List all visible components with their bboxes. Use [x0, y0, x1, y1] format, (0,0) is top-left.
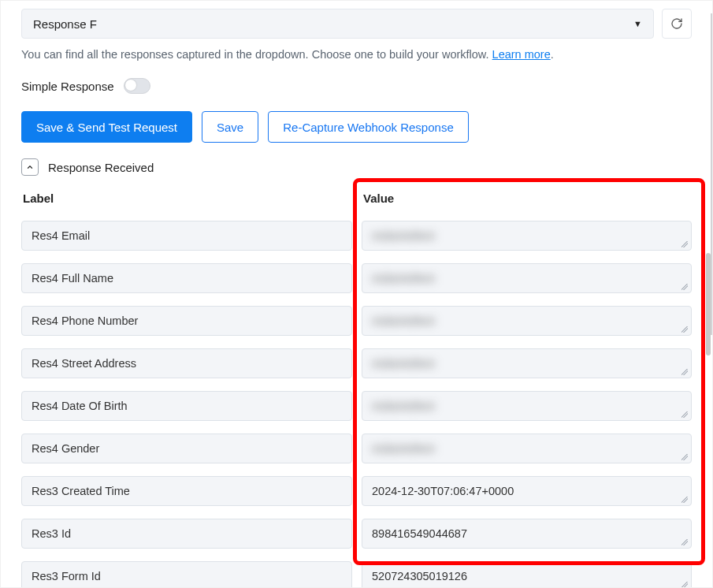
table-row: Res4 Emailredactedtext — [21, 221, 692, 251]
learn-more-link[interactable]: Learn more — [492, 48, 551, 61]
blurred-value: redactedtext — [372, 229, 435, 242]
page-root: Response F ▼ You can find all the respon… — [0, 0, 713, 588]
row-value[interactable]: 520724305019126 — [362, 561, 692, 588]
chevron-down-icon: ▼ — [633, 19, 642, 28]
blurred-value: redactedtext — [372, 314, 435, 327]
row-value[interactable]: 898416549044687 — [362, 519, 692, 549]
row-label[interactable]: Res4 Gender — [21, 434, 352, 463]
row-label[interactable]: Res4 Email — [21, 221, 352, 251]
table-row: Res3 Created Time2024-12-30T07:06:47+000… — [21, 476, 692, 506]
simple-response-row: Simple Response — [21, 78, 692, 94]
row-value[interactable]: redactedtext — [362, 434, 692, 463]
table-row: Res4 Full Nameredactedtext — [21, 263, 692, 293]
row-label[interactable]: Res4 Phone Number — [21, 306, 352, 336]
row-label[interactable]: Res3 Form Id — [21, 561, 352, 588]
collapse-toggle[interactable] — [21, 158, 39, 176]
helper-text: You can find all the responses captured … — [21, 48, 692, 61]
row-label[interactable]: Res4 Street Address — [21, 348, 352, 378]
simple-response-label: Simple Response — [21, 80, 114, 93]
blurred-value: redactedtext — [372, 400, 435, 412]
simple-response-toggle[interactable] — [124, 78, 150, 94]
blurred-value: redactedtext — [372, 272, 435, 285]
row-label[interactable]: Res3 Id — [21, 519, 352, 549]
table-row: Res4 Genderredactedtext — [21, 434, 692, 463]
table-body: Res4 EmailredactedtextRes4 Full Namereda… — [21, 221, 692, 588]
refresh-icon — [670, 17, 683, 30]
response-dropdown[interactable]: Response F ▼ — [21, 9, 654, 39]
table-row: Res3 Form Id520724305019126 — [21, 561, 692, 588]
table-row: Res4 Street Addressredactedtext — [21, 348, 692, 378]
row-label[interactable]: Res4 Date Of Birth — [21, 391, 352, 421]
helper-text-before: You can find all the responses captured … — [21, 48, 492, 61]
row-label[interactable]: Res4 Full Name — [21, 263, 352, 293]
column-header-label: Label — [21, 187, 362, 213]
column-header-value: Value — [362, 187, 692, 213]
save-send-test-button[interactable]: Save & Send Test Request — [21, 111, 192, 143]
table-header: Label Value — [21, 187, 692, 213]
response-table: Label Value Res4 EmailredactedtextRes4 F… — [21, 187, 692, 588]
row-label[interactable]: Res3 Created Time — [21, 476, 352, 506]
blurred-value: redactedtext — [372, 357, 435, 370]
row-value[interactable]: redactedtext — [362, 221, 692, 251]
row-value[interactable]: redactedtext — [362, 391, 692, 421]
response-selector-row: Response F ▼ — [21, 9, 692, 39]
row-value[interactable]: redactedtext — [362, 348, 692, 378]
panel-right-edge — [711, 13, 712, 335]
response-received-label: Response Received — [48, 161, 154, 174]
refresh-button[interactable] — [662, 9, 692, 39]
save-button[interactable]: Save — [202, 111, 258, 143]
recapture-webhook-button[interactable]: Re-Capture Webhook Response — [268, 111, 469, 143]
table-row: Res3 Id898416549044687 — [21, 519, 692, 549]
row-value[interactable]: 2024-12-30T07:06:47+0000 — [362, 476, 692, 506]
row-value[interactable]: redactedtext — [362, 306, 692, 336]
chevron-up-icon — [26, 163, 34, 171]
row-value[interactable]: redactedtext — [362, 263, 692, 293]
table-row: Res4 Phone Numberredactedtext — [21, 306, 692, 336]
response-received-row: Response Received — [21, 158, 692, 176]
table-row: Res4 Date Of Birthredactedtext — [21, 391, 692, 421]
helper-text-after: . — [551, 48, 554, 61]
response-dropdown-value: Response F — [33, 17, 97, 31]
action-buttons-row: Save & Send Test Request Save Re-Capture… — [21, 111, 692, 143]
blurred-value: redactedtext — [372, 442, 435, 455]
